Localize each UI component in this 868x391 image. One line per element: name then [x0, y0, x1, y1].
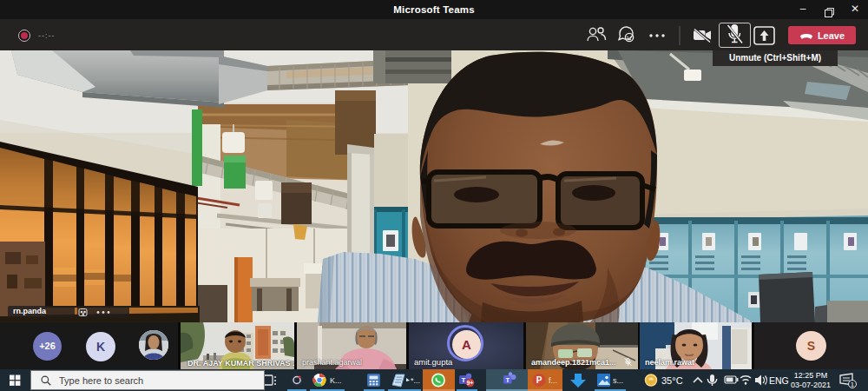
svg-text:*...: *... [411, 376, 420, 385]
svg-text:1: 1 [851, 381, 854, 388]
svg-text:T: T [505, 376, 510, 384]
svg-text:P: P [536, 375, 542, 385]
svg-text:s...: s... [613, 376, 623, 385]
svg-text:K...: K... [330, 376, 342, 385]
svg-text:T: T [462, 376, 466, 384]
svg-text:9+: 9+ [467, 380, 474, 386]
svg-text:ENG: ENG [769, 375, 789, 386]
svg-text:35°C: 35°C [661, 375, 683, 386]
svg-text:f...: f... [549, 376, 557, 385]
